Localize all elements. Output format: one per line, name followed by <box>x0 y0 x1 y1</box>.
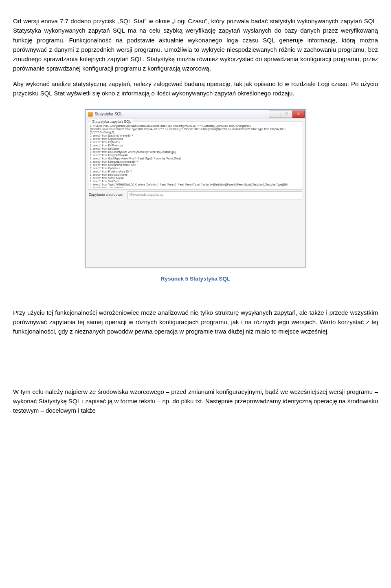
query-stats-group: Statystyka zapytań SQL 1: INSERT INTO Ch… <box>88 122 303 190</box>
titlebar: Statystyka SQL — □ X <box>86 110 305 119</box>
paragraph-2: Aby wykonać analizę statystyczną zapytań… <box>13 79 378 98</box>
sql-query-list: 1: INSERT INTO ChangeInfos(Operator,Sour… <box>90 124 301 188</box>
figure-caption: Rysunek 5 Statystyka SQL <box>13 275 378 283</box>
window-title: Statystyka SQL <box>94 111 123 117</box>
window-controls: — □ X <box>269 111 305 118</box>
group-label: Statystyka zapytań SQL <box>91 119 132 125</box>
paragraph-1: Od wersji enova 7.7 dodano przycisk „SQL… <box>13 16 378 73</box>
reference-query-row: Zapytanie wzorcowe: Wprowadź zapytania <box>89 191 302 265</box>
maximize-button[interactable]: □ <box>281 111 293 118</box>
figure-container: Statystyka SQL — □ X Statystyka zapytań … <box>13 109 378 267</box>
spacer <box>13 342 378 387</box>
reference-query-label: Zapytanie wzorcowe: <box>89 191 123 198</box>
paragraph-4: W tym celu należy najpierw ze środowiska… <box>13 387 378 416</box>
titlebar-left: Statystyka SQL <box>88 111 123 117</box>
paragraph-3: Przy użyciu tej funkcjonalności wdrożeni… <box>13 308 378 336</box>
reference-query-input[interactable]: Wprowadź zapytania <box>127 191 302 199</box>
minimize-button[interactable]: — <box>269 111 281 118</box>
close-button[interactable]: X <box>292 111 305 118</box>
sql-stat-dialog: Statystyka SQL — □ X Statystyka zapytań … <box>85 109 306 267</box>
app-icon <box>88 112 93 117</box>
